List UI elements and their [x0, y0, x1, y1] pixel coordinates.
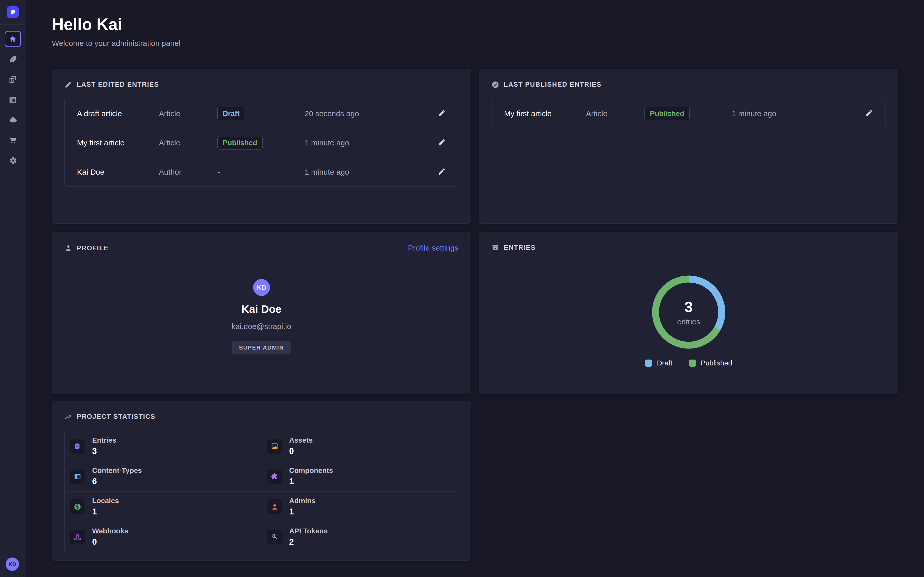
sidebar-item-home[interactable]	[0, 29, 26, 49]
stat-label: Admins	[289, 497, 316, 505]
strapi-admin-dashboard: KD Hello Kai Welcome to your administrat…	[0, 0, 924, 577]
widget-title: PROFILE	[77, 244, 108, 252]
media-icon	[8, 75, 17, 84]
sidebar-item-content-manager[interactable]	[0, 49, 26, 69]
edit-entry-button[interactable]	[438, 109, 446, 118]
avatar: KD	[253, 279, 270, 296]
table-row[interactable]: A draft article Article Draft 20 seconds…	[65, 99, 458, 128]
last-published-table: My first article Article Published 1 min…	[491, 99, 886, 128]
stat-api-tokens: API Tokens 2	[262, 522, 459, 552]
entry-time: 1 minute ago	[305, 139, 415, 147]
role-badge: SUPER ADMIN	[232, 341, 291, 355]
table-row[interactable]: Kai Doe Author - 1 minute ago	[65, 157, 458, 187]
legend-label: Published	[701, 359, 732, 367]
last-edited-entries-widget: LAST EDITED ENTRIES A draft article Arti…	[52, 69, 471, 224]
stat-value: 1	[92, 507, 119, 516]
sidebar-item-content-type-builder[interactable]	[0, 90, 26, 110]
key-icon	[267, 530, 282, 545]
donut-center-label: 3 entries	[650, 274, 727, 351]
sidebar-user-avatar[interactable]: KD	[6, 558, 19, 571]
entry-name: My first article	[504, 109, 586, 118]
layout-icon	[70, 469, 85, 484]
file-icon	[70, 439, 85, 454]
sidebar-nav	[0, 29, 26, 171]
stat-components: Components 1	[262, 461, 459, 492]
page-subtitle: Welcome to your administration panel	[52, 39, 181, 48]
legend-item-draft: Draft	[645, 359, 672, 367]
edit-entry-button[interactable]	[438, 138, 446, 147]
stat-value: 2	[289, 537, 328, 547]
widget-title: ENTRIES	[504, 243, 536, 251]
home-icon	[5, 31, 21, 47]
stat-label: Components	[289, 466, 333, 475]
entry-type: Article	[159, 139, 217, 147]
stat-webhooks: Webhooks 0	[65, 522, 262, 552]
widget-title: LAST PUBLISHED ENTRIES	[504, 81, 601, 89]
project-statistics-widget: PROJECT STATISTICS Entries 3	[52, 401, 471, 561]
layout-icon	[8, 95, 17, 104]
stat-label: Webhooks	[92, 527, 128, 535]
entry-type: Article	[159, 109, 217, 118]
status-badge: Draft	[217, 107, 245, 120]
widget-header: PROJECT STATISTICS	[65, 413, 459, 421]
stat-admins: Admins 1	[262, 492, 459, 522]
strapi-logo-icon	[9, 8, 16, 16]
entries-donut-chart: 3 entries	[650, 274, 727, 351]
sidebar-item-media-library[interactable]	[0, 69, 26, 90]
profile-settings-link[interactable]: Profile settings	[408, 243, 459, 252]
stat-value: 3	[92, 446, 116, 456]
stat-label: Locales	[92, 497, 119, 505]
sidebar-item-settings[interactable]	[0, 150, 26, 171]
entry-name: A draft article	[77, 109, 159, 118]
edit-entry-button[interactable]	[865, 109, 873, 118]
profile-name: Kai Doe	[241, 303, 281, 316]
edit-entry-button[interactable]	[438, 168, 446, 176]
sidebar-divider-top	[0, 24, 26, 25]
status-empty: -	[217, 168, 220, 176]
page-title: Hello Kai	[52, 15, 181, 34]
stat-value: 1	[289, 507, 316, 516]
last-published-entries-widget: LAST PUBLISHED ENTRIES My first article …	[479, 69, 898, 224]
pencil-icon	[65, 81, 72, 89]
stat-locales: Locales 1	[65, 492, 262, 522]
legend-item-published: Published	[689, 359, 732, 367]
stat-label: Content-Types	[92, 466, 142, 475]
stat-label: Entries	[92, 436, 116, 445]
pencil-icon	[438, 109, 446, 117]
widget-header: LAST PUBLISHED ENTRIES	[491, 81, 886, 89]
published-swatch	[689, 359, 696, 367]
trend-icon	[65, 413, 72, 421]
entry-name: My first article	[77, 139, 159, 147]
legend-label: Draft	[657, 359, 672, 367]
person-icon	[267, 499, 282, 514]
entry-type: Article	[586, 109, 645, 118]
pencil-icon	[438, 138, 446, 147]
table-row[interactable]: My first article Article Published 1 min…	[65, 128, 458, 157]
globe-icon	[70, 499, 85, 514]
page-header: Hello Kai Welcome to your administration…	[52, 15, 181, 48]
widget-title: LAST EDITED ENTRIES	[77, 81, 159, 89]
stat-value: 0	[289, 446, 313, 456]
image-icon	[267, 439, 282, 454]
sidebar-item-deploy[interactable]	[0, 110, 26, 130]
profile-widget: PROFILE Profile settings KD Kai Doe kai.…	[52, 232, 471, 394]
stat-label: Assets	[289, 436, 313, 445]
widget-header: ENTRIES	[491, 243, 886, 251]
widget-title: PROJECT STATISTICS	[77, 413, 155, 421]
stat-content-types: Content-Types 6	[65, 461, 262, 492]
stat-value: 6	[92, 477, 142, 486]
strapi-logo[interactable]	[7, 6, 19, 18]
entry-time: 1 minute ago	[305, 168, 415, 176]
sidebar-item-marketplace[interactable]	[0, 130, 26, 150]
profile-body: KD Kai Doe kai.doe@strapi.io SUPER ADMIN	[65, 279, 459, 355]
table-row[interactable]: My first article Article Published 1 min…	[492, 99, 885, 128]
widget-header: PROFILE Profile settings	[65, 243, 459, 252]
stat-entries: Entries 3	[65, 431, 262, 461]
cart-icon	[8, 136, 17, 145]
user-icon	[65, 244, 72, 252]
stats-table: Entries 3 Assets 0	[65, 431, 459, 552]
status-badge: Published	[217, 136, 263, 150]
puzzle-icon	[267, 469, 282, 484]
stat-assets: Assets 0	[262, 431, 459, 461]
stack-icon	[491, 244, 499, 251]
